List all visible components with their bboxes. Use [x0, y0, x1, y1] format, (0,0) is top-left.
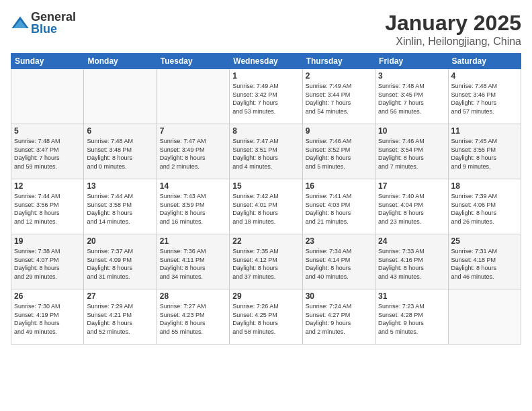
- day-of-week-sunday: Sunday: [11, 54, 84, 69]
- day-number: 8: [232, 126, 299, 136]
- day-number: 3: [378, 71, 445, 81]
- calendar-header-row: SundayMondayTuesdayWednesdayThursdayFrid…: [11, 54, 521, 69]
- day-info: Sunrise: 7:38 AM Sunset: 4:07 PM Dayligh…: [14, 247, 81, 281]
- day-number: 18: [451, 181, 518, 191]
- week-row-1: 5Sunrise: 7:48 AM Sunset: 3:47 PM Daylig…: [11, 124, 521, 179]
- logo-general: General: [31, 11, 76, 23]
- calendar-cell: 3Sunrise: 7:48 AM Sunset: 3:45 PM Daylig…: [375, 69, 448, 124]
- calendar-cell: 15Sunrise: 7:42 AM Sunset: 4:01 PM Dayli…: [230, 179, 302, 234]
- day-info: Sunrise: 7:27 AM Sunset: 4:23 PM Dayligh…: [160, 302, 226, 336]
- day-info: Sunrise: 7:23 AM Sunset: 4:28 PM Dayligh…: [378, 302, 445, 336]
- calendar-cell: 27Sunrise: 7:29 AM Sunset: 4:21 PM Dayli…: [84, 289, 157, 345]
- day-info: Sunrise: 7:37 AM Sunset: 4:09 PM Dayligh…: [87, 247, 153, 281]
- day-info: Sunrise: 7:48 AM Sunset: 3:48 PM Dayligh…: [87, 137, 153, 171]
- day-number: 25: [451, 236, 518, 246]
- day-of-week-friday: Friday: [375, 54, 448, 69]
- calendar-cell: 21Sunrise: 7:36 AM Sunset: 4:11 PM Dayli…: [157, 234, 229, 289]
- week-row-4: 26Sunrise: 7:30 AM Sunset: 4:19 PM Dayli…: [11, 289, 521, 345]
- day-number: 23: [306, 236, 372, 246]
- calendar-cell: [448, 289, 521, 345]
- day-info: Sunrise: 7:39 AM Sunset: 4:06 PM Dayligh…: [451, 192, 518, 226]
- day-number: 30: [306, 291, 372, 301]
- calendar-cell: 4Sunrise: 7:48 AM Sunset: 3:46 PM Daylig…: [448, 69, 521, 124]
- calendar-cell: 28Sunrise: 7:27 AM Sunset: 4:23 PM Dayli…: [157, 289, 229, 345]
- day-info: Sunrise: 7:36 AM Sunset: 4:11 PM Dayligh…: [160, 247, 226, 281]
- calendar-cell: 7Sunrise: 7:47 AM Sunset: 3:49 PM Daylig…: [157, 124, 229, 179]
- calendar-cell: 22Sunrise: 7:35 AM Sunset: 4:12 PM Dayli…: [230, 234, 302, 289]
- day-number: 21: [160, 236, 226, 246]
- day-number: 2: [306, 71, 372, 81]
- calendar-cell: 20Sunrise: 7:37 AM Sunset: 4:09 PM Dayli…: [84, 234, 157, 289]
- calendar-cell: 12Sunrise: 7:44 AM Sunset: 3:56 PM Dayli…: [11, 179, 84, 234]
- day-info: Sunrise: 7:41 AM Sunset: 4:03 PM Dayligh…: [306, 192, 372, 226]
- calendar: SundayMondayTuesdayWednesdayThursdayFrid…: [11, 53, 521, 345]
- calendar-cell: 1Sunrise: 7:49 AM Sunset: 3:42 PM Daylig…: [230, 69, 302, 124]
- calendar-cell: [157, 69, 229, 124]
- day-of-week-thursday: Thursday: [302, 54, 375, 69]
- day-number: 22: [232, 236, 299, 246]
- day-info: Sunrise: 7:44 AM Sunset: 3:58 PM Dayligh…: [87, 192, 153, 226]
- day-info: Sunrise: 7:49 AM Sunset: 3:42 PM Dayligh…: [232, 82, 299, 116]
- day-of-week-monday: Monday: [84, 54, 157, 69]
- day-number: 1: [232, 71, 299, 81]
- day-number: 5: [14, 126, 81, 136]
- calendar-cell: [11, 69, 84, 124]
- day-number: 6: [87, 126, 153, 136]
- day-number: 24: [378, 236, 445, 246]
- calendar-cell: 26Sunrise: 7:30 AM Sunset: 4:19 PM Dayli…: [11, 289, 84, 345]
- day-info: Sunrise: 7:47 AM Sunset: 3:49 PM Dayligh…: [160, 137, 226, 171]
- day-info: Sunrise: 7:30 AM Sunset: 4:19 PM Dayligh…: [14, 302, 81, 336]
- calendar-cell: 24Sunrise: 7:33 AM Sunset: 4:16 PM Dayli…: [375, 234, 448, 289]
- calendar-cell: 6Sunrise: 7:48 AM Sunset: 3:48 PM Daylig…: [84, 124, 157, 179]
- day-info: Sunrise: 7:43 AM Sunset: 3:59 PM Dayligh…: [160, 192, 226, 226]
- day-info: Sunrise: 7:26 AM Sunset: 4:25 PM Dayligh…: [232, 302, 299, 336]
- day-info: Sunrise: 7:49 AM Sunset: 3:44 PM Dayligh…: [306, 82, 372, 116]
- calendar-cell: 16Sunrise: 7:41 AM Sunset: 4:03 PM Dayli…: [302, 179, 375, 234]
- day-of-week-wednesday: Wednesday: [230, 54, 302, 69]
- day-number: 11: [451, 126, 518, 136]
- day-number: 20: [87, 236, 153, 246]
- day-info: Sunrise: 7:48 AM Sunset: 3:45 PM Dayligh…: [378, 82, 445, 116]
- title-block: January 2025 Xinlin, Heilongjiang, China: [385, 11, 521, 48]
- day-number: 19: [14, 236, 81, 246]
- location-title: Xinlin, Heilongjiang, China: [385, 36, 521, 48]
- day-info: Sunrise: 7:42 AM Sunset: 4:01 PM Dayligh…: [232, 192, 299, 226]
- header: General Blue January 2025 Xinlin, Heilon…: [11, 11, 521, 48]
- logo: General Blue: [11, 11, 76, 35]
- day-number: 7: [160, 126, 226, 136]
- calendar-cell: 14Sunrise: 7:43 AM Sunset: 3:59 PM Dayli…: [157, 179, 229, 234]
- day-info: Sunrise: 7:24 AM Sunset: 4:27 PM Dayligh…: [306, 302, 372, 336]
- calendar-cell: 9Sunrise: 7:46 AM Sunset: 3:52 PM Daylig…: [302, 124, 375, 179]
- day-number: 10: [378, 126, 445, 136]
- day-number: 15: [232, 181, 299, 191]
- logo-text: General Blue: [31, 11, 76, 35]
- day-number: 12: [14, 181, 81, 191]
- calendar-cell: [84, 69, 157, 124]
- calendar-cell: 25Sunrise: 7:31 AM Sunset: 4:18 PM Dayli…: [448, 234, 521, 289]
- day-number: 28: [160, 291, 226, 301]
- day-number: 29: [232, 291, 299, 301]
- calendar-cell: 29Sunrise: 7:26 AM Sunset: 4:25 PM Dayli…: [230, 289, 302, 345]
- day-info: Sunrise: 7:46 AM Sunset: 3:52 PM Dayligh…: [306, 137, 372, 171]
- month-title: January 2025: [385, 11, 521, 36]
- logo-icon: [11, 14, 30, 33]
- week-row-0: 1Sunrise: 7:49 AM Sunset: 3:42 PM Daylig…: [11, 69, 521, 124]
- day-info: Sunrise: 7:48 AM Sunset: 3:47 PM Dayligh…: [14, 137, 81, 171]
- day-number: 17: [378, 181, 445, 191]
- calendar-cell: 31Sunrise: 7:23 AM Sunset: 4:28 PM Dayli…: [375, 289, 448, 345]
- calendar-cell: 19Sunrise: 7:38 AM Sunset: 4:07 PM Dayli…: [11, 234, 84, 289]
- day-of-week-saturday: Saturday: [448, 54, 521, 69]
- day-number: 13: [87, 181, 153, 191]
- calendar-cell: 23Sunrise: 7:34 AM Sunset: 4:14 PM Dayli…: [302, 234, 375, 289]
- calendar-cell: 17Sunrise: 7:40 AM Sunset: 4:04 PM Dayli…: [375, 179, 448, 234]
- day-number: 26: [14, 291, 81, 301]
- day-number: 14: [160, 181, 226, 191]
- logo-blue: Blue: [31, 23, 76, 35]
- day-info: Sunrise: 7:44 AM Sunset: 3:56 PM Dayligh…: [14, 192, 81, 226]
- day-info: Sunrise: 7:47 AM Sunset: 3:51 PM Dayligh…: [232, 137, 299, 171]
- day-info: Sunrise: 7:46 AM Sunset: 3:54 PM Dayligh…: [378, 137, 445, 171]
- day-info: Sunrise: 7:35 AM Sunset: 4:12 PM Dayligh…: [232, 247, 299, 281]
- calendar-cell: 10Sunrise: 7:46 AM Sunset: 3:54 PM Dayli…: [375, 124, 448, 179]
- day-info: Sunrise: 7:40 AM Sunset: 4:04 PM Dayligh…: [378, 192, 445, 226]
- day-number: 16: [306, 181, 372, 191]
